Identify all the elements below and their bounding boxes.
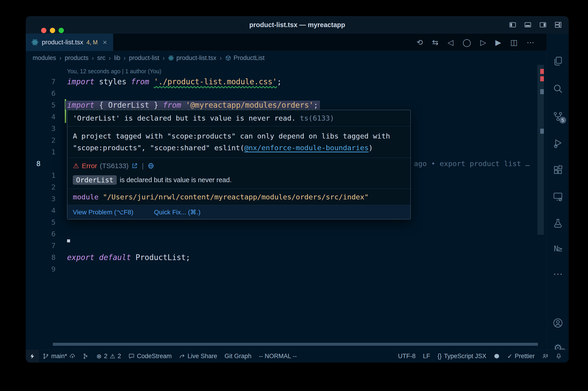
tab-bar: product-list.tsx 4, M × ⟲ ⇆ ◁ ◯ ▷ ▶ ◫ ⋯ bbox=[26, 34, 569, 51]
source-control-icon[interactable]: 5 bbox=[547, 107, 569, 125]
problems-item[interactable]: ⊗ 2 ⚠ 2 bbox=[93, 350, 125, 363]
overview-ruler-error-mark bbox=[540, 76, 544, 81]
chevron-right-icon: › bbox=[59, 54, 62, 62]
error-warning-icon: ⚠ bbox=[73, 162, 79, 170]
status-bar: main* ⊗ 2 ⚠ 2 CodeStream bbox=[26, 350, 569, 363]
titlebar[interactable]: product-list.tsx — myreactapp bbox=[26, 16, 569, 34]
more-actions-icon[interactable]: ⋯ bbox=[527, 38, 534, 47]
diagnostic-message: 'OrderList' is declared but its value is… bbox=[73, 114, 296, 122]
notifications-bell-item[interactable] bbox=[552, 350, 566, 363]
bell-icon bbox=[556, 353, 562, 359]
toggle-primary-sidebar-icon[interactable] bbox=[508, 20, 517, 29]
react-file-icon bbox=[31, 39, 39, 46]
run-debug-icon[interactable] bbox=[547, 135, 569, 152]
breadcrumb-item-lib[interactable]: lib bbox=[114, 54, 120, 62]
breadcrumb-item-products[interactable]: products bbox=[65, 54, 89, 62]
vscode-window: product-list.tsx — myreactapp bbox=[26, 16, 569, 363]
eol-item[interactable]: LF bbox=[419, 350, 434, 363]
overview-ruler-mark bbox=[540, 89, 544, 94]
diagnostic-hover-popup: 'OrderList' is declared but its value is… bbox=[67, 110, 411, 219]
feedback-item[interactable] bbox=[538, 350, 552, 363]
language-mode-item[interactable]: {} TypeScript JSX bbox=[434, 350, 490, 363]
chevron-right-icon: › bbox=[109, 54, 111, 62]
previous-change-icon[interactable]: ◁ bbox=[448, 38, 453, 47]
remote-explorer-icon[interactable] bbox=[547, 188, 569, 205]
line-number: 6 bbox=[26, 88, 64, 99]
encoding-item[interactable]: UTF-8 bbox=[394, 350, 420, 363]
globe-icon[interactable] bbox=[148, 163, 154, 169]
toggle-secondary-sidebar-icon[interactable] bbox=[538, 20, 548, 29]
line-number: 9 bbox=[26, 263, 64, 275]
line-number: 5 bbox=[26, 216, 64, 228]
horizontal-scrollbar[interactable] bbox=[53, 343, 538, 346]
additional-views-icon[interactable]: ⋯ bbox=[547, 265, 569, 283]
line-number: 2 bbox=[26, 181, 64, 193]
extensions-icon[interactable] bbox=[547, 161, 569, 179]
tab-problems-modified-badge: 4, M bbox=[86, 39, 98, 46]
timeline-icon[interactable]: ⟲ bbox=[417, 38, 423, 47]
code-line-import-orderlist[interactable]: import { OrderList } from '@myreactapp/m… bbox=[67, 99, 320, 111]
codestream-item[interactable]: CodeStream bbox=[125, 350, 175, 363]
remote-lightning-icon bbox=[29, 353, 35, 359]
git-branch-item[interactable]: main* bbox=[39, 350, 79, 363]
line-number: 3 bbox=[26, 123, 64, 134]
live-share-item[interactable]: Live Share bbox=[175, 350, 221, 363]
tab-close-icon[interactable]: × bbox=[103, 39, 107, 46]
codelens-blame-summary[interactable]: You, 12 seconds ago | 1 author (You) bbox=[67, 68, 162, 75]
hover-resize-handle[interactable] bbox=[67, 239, 70, 242]
view-problem-link[interactable]: View Problem (⌥F8) bbox=[73, 208, 133, 216]
overview-ruler-error-mark bbox=[540, 69, 544, 74]
github-item[interactable] bbox=[490, 350, 504, 363]
run-file-icon[interactable]: ▶ bbox=[495, 38, 501, 47]
codestream-icon bbox=[128, 353, 135, 359]
code-line-export-default[interactable]: export default ProductList; bbox=[67, 252, 190, 263]
hover-eslint-section: A project tagged with "scope:products" c… bbox=[67, 126, 411, 158]
code-line-import-styles[interactable]: import styles from './product-list.modul… bbox=[67, 76, 282, 88]
activity-bar: 5 N≥ ⋯ ⚙ 1 bbox=[547, 34, 569, 350]
tab-product-list[interactable]: product-list.tsx 4, M × bbox=[26, 34, 113, 51]
git-graph-item[interactable]: Git Graph bbox=[221, 350, 255, 363]
breadcrumb-item-file[interactable]: product-list.tsx bbox=[168, 54, 216, 62]
module-path: "/Users/juri/nrwl/content/myreactapp/mod… bbox=[103, 193, 369, 201]
customize-layout-icon[interactable] bbox=[554, 20, 563, 29]
line-number: 1 bbox=[26, 146, 64, 158]
next-change-icon[interactable]: ▷ bbox=[480, 38, 486, 47]
search-icon[interactable] bbox=[547, 80, 569, 98]
remote-indicator-button[interactable] bbox=[26, 350, 39, 363]
tab-label: product-list.tsx bbox=[42, 39, 83, 46]
breadcrumb-item-modules[interactable]: modules bbox=[33, 54, 56, 62]
vim-mode-indicator: -- NORMAL -- bbox=[255, 350, 300, 363]
breadcrumb-item-symbol[interactable]: ProductList bbox=[225, 54, 265, 62]
error-code: (TS6133) bbox=[100, 162, 129, 170]
split-editor-icon[interactable]: ◫ bbox=[510, 38, 517, 47]
chip-message: is declared but its value is never read. bbox=[120, 176, 232, 184]
breadcrumb-item-src[interactable]: src bbox=[97, 54, 105, 62]
eslint-rule-link[interactable]: @nx/enforce-module-boundaries bbox=[244, 144, 369, 152]
change-indicator-icon[interactable]: ◯ bbox=[463, 38, 471, 47]
nx-console-icon[interactable]: N≥ bbox=[547, 240, 569, 257]
toggle-panel-icon[interactable] bbox=[523, 20, 532, 29]
hover-actions: View Problem (⌥F8) Quick Fix... (⌘.) bbox=[67, 205, 411, 219]
account-icon[interactable] bbox=[547, 314, 569, 332]
chevron-right-icon: › bbox=[162, 54, 165, 62]
line-number: 7 bbox=[26, 76, 64, 88]
testing-beaker-icon[interactable] bbox=[547, 214, 569, 232]
explorer-icon[interactable] bbox=[547, 52, 569, 70]
open-changes-icon[interactable]: ⇆ bbox=[432, 38, 438, 47]
open-external-icon[interactable] bbox=[131, 163, 138, 169]
line-number: 5 bbox=[26, 99, 64, 111]
line-number: 2 bbox=[26, 134, 64, 146]
breadcrumb-item-product-list[interactable]: product-list bbox=[129, 54, 159, 62]
symbol-chip: OrderList bbox=[73, 175, 117, 185]
feedback-icon bbox=[542, 353, 548, 359]
hover-diagnostic-section: 'OrderList' is declared but its value is… bbox=[67, 110, 411, 126]
warning-count: 2 bbox=[118, 353, 121, 360]
live-share-icon bbox=[179, 353, 185, 359]
prettier-item[interactable]: ✓ Prettier bbox=[504, 350, 538, 363]
git-graph-icon-button[interactable] bbox=[79, 350, 93, 363]
quick-fix-link[interactable]: Quick Fix... (⌘.) bbox=[154, 208, 200, 216]
github-icon bbox=[494, 353, 500, 359]
module-keyword: module bbox=[73, 193, 103, 201]
inline-git-blame: ago • export product list … bbox=[414, 158, 530, 170]
line-number: 4 bbox=[26, 205, 64, 216]
